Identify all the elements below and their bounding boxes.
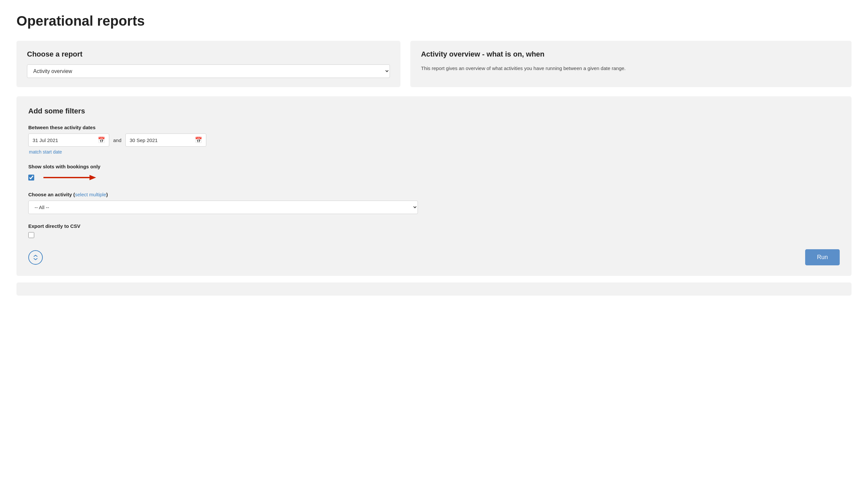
- choose-report-heading: Choose a report: [27, 50, 390, 59]
- page-title: Operational reports: [17, 13, 851, 29]
- activity-label-text: Choose an activity (: [28, 192, 75, 197]
- match-start-date-link[interactable]: match start date: [29, 149, 840, 155]
- report-info-heading: Activity overview - what is on, when: [421, 50, 841, 59]
- calendar-end-icon[interactable]: 📅: [195, 136, 202, 144]
- svg-marker-1: [90, 175, 96, 180]
- date-end-input[interactable]: [130, 137, 192, 143]
- date-end-wrapper: 📅: [125, 133, 206, 147]
- csv-filter-group: Export directly to CSV: [28, 223, 840, 239]
- activity-select[interactable]: -- All --: [28, 200, 418, 214]
- updown-chevron-icon: [32, 254, 39, 261]
- activity-label-row: Choose an activity (select multiple): [28, 192, 840, 197]
- red-arrow-icon: [40, 173, 106, 183]
- date-filter-label: Between these activity dates: [28, 125, 840, 130]
- activity-filter-group: Choose an activity (select multiple) -- …: [28, 192, 840, 214]
- activity-label-end: ): [106, 192, 108, 197]
- sort-icon[interactable]: [28, 250, 43, 265]
- date-start-input[interactable]: [33, 137, 95, 143]
- bookings-label: Show slots with bookings only: [28, 164, 840, 169]
- sort-icon-wrapper: [28, 250, 43, 265]
- bookings-filter-group: Show slots with bookings only: [28, 164, 840, 183]
- report-select[interactable]: Activity overview Booking summary Capaci…: [27, 64, 390, 78]
- run-button[interactable]: Run: [805, 249, 840, 265]
- bottom-card-hint: [17, 283, 851, 296]
- date-row: 📅 and 📅: [28, 133, 840, 147]
- arrow-annotation: [37, 173, 106, 183]
- report-info-card: Activity overview - what is on, when Thi…: [410, 41, 851, 87]
- bookings-checkbox-row: [28, 173, 840, 183]
- csv-label: Export directly to CSV: [28, 223, 840, 229]
- filters-card: Add some filters Between these activity …: [17, 96, 851, 276]
- filters-heading: Add some filters: [28, 107, 840, 116]
- csv-checkbox[interactable]: [28, 232, 34, 238]
- footer-row: Run: [28, 249, 840, 265]
- bookings-checkbox[interactable]: [28, 174, 34, 181]
- calendar-start-icon[interactable]: 📅: [98, 136, 105, 144]
- and-text: and: [113, 137, 121, 143]
- date-filter-group: Between these activity dates 📅 and 📅 mat…: [28, 125, 840, 155]
- date-start-wrapper: 📅: [28, 133, 109, 147]
- select-multiple-link[interactable]: select multiple: [75, 192, 106, 197]
- report-info-description: This report gives an overview of what ac…: [421, 64, 841, 72]
- choose-report-card: Choose a report Activity overview Bookin…: [17, 41, 400, 87]
